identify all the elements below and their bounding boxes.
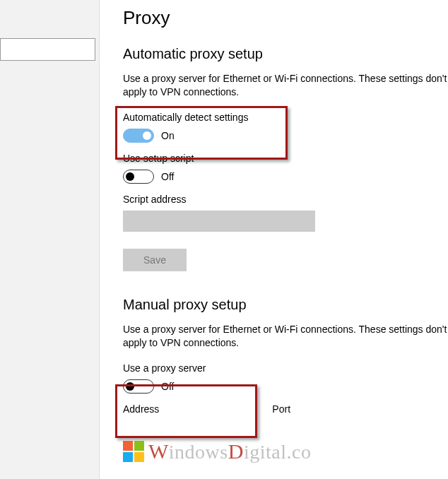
use-proxy-toggle[interactable] — [123, 379, 154, 394]
address-label: Address — [123, 403, 159, 415]
auto-detect-block: Automatically detect settings On — [123, 112, 448, 143]
page-title: Proxy — [123, 7, 448, 29]
search-box[interactable] — [0, 38, 95, 61]
section-manual-heading: Manual proxy setup — [123, 297, 448, 313]
sidebar — [0, 0, 100, 479]
auto-detect-state: On — [161, 130, 175, 141]
use-proxy-block: Use a proxy server Off — [123, 362, 448, 394]
windows-logo-icon — [123, 441, 144, 462]
setup-script-block: Use setup script Off — [123, 153, 448, 184]
content: Proxy Automatic proxy setup Use a proxy … — [123, 7, 448, 418]
setup-script-label: Use setup script — [123, 153, 448, 164]
save-button[interactable]: Save — [123, 249, 187, 271]
use-proxy-state: Off — [161, 381, 174, 392]
watermark-text: WindowsDigital.co — [148, 439, 311, 463]
watermark: WindowsDigital.co — [123, 439, 311, 463]
script-address-label: Script address — [123, 194, 448, 205]
auto-detect-toggle[interactable] — [123, 129, 154, 143]
setup-script-toggle[interactable] — [123, 170, 154, 184]
search-input[interactable] — [1, 44, 129, 55]
setup-script-state: Off — [161, 171, 174, 182]
use-proxy-label: Use a proxy server — [123, 362, 448, 374]
port-label: Port — [272, 403, 290, 415]
section-manual-desc: Use a proxy server for Ethernet or Wi-Fi… — [123, 323, 448, 350]
section-auto-heading: Automatic proxy setup — [123, 46, 448, 62]
manual-fields: Address Port — [123, 403, 448, 418]
script-address-input[interactable] — [123, 211, 315, 232]
auto-detect-label: Automatically detect settings — [123, 112, 448, 123]
section-auto-desc: Use a proxy server for Ethernet or Wi-Fi… — [123, 72, 448, 99]
